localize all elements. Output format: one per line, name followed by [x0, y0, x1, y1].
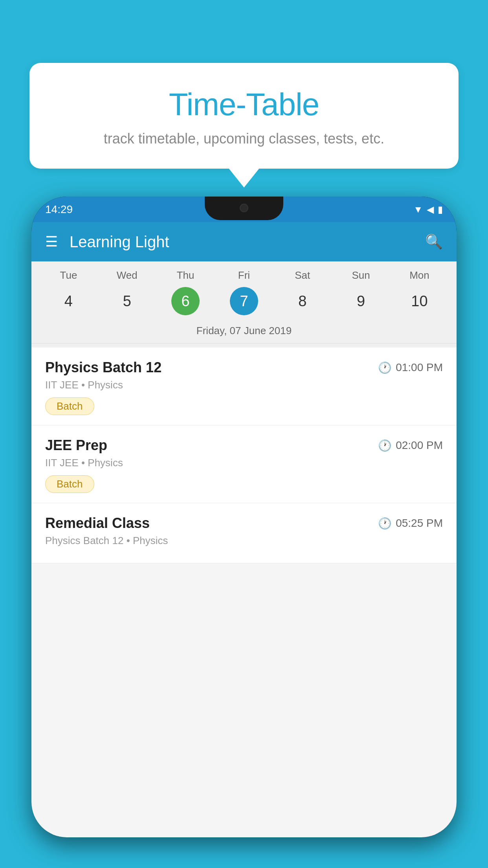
app-bar: ☰ Learning Light 🔍: [31, 222, 457, 261]
day-col-tue[interactable]: Tue4: [43, 269, 94, 315]
calendar-strip: Tue4Wed5Thu6Fri7Sat8Sun9Mon10 Friday, 07…: [31, 261, 457, 348]
day-name: Thu: [177, 269, 194, 281]
day-name: Tue: [60, 269, 77, 281]
day-number[interactable]: 7: [230, 287, 258, 315]
phone-camera: [240, 204, 248, 212]
day-col-fri[interactable]: Fri7: [218, 269, 270, 315]
day-col-sun[interactable]: Sun9: [336, 269, 387, 315]
schedule-item[interactable]: JEE Prep🕐02:00 PMIIT JEE • PhysicsBatch: [31, 425, 457, 503]
schedule-item-header: JEE Prep🕐02:00 PM: [45, 437, 443, 454]
menu-icon[interactable]: ☰: [45, 234, 58, 250]
day-number[interactable]: 8: [288, 287, 317, 315]
battery-icon: ▮: [438, 204, 443, 215]
phone-screen: Tue4Wed5Thu6Fri7Sat8Sun9Mon10 Friday, 07…: [31, 261, 457, 837]
clock-icon: 🕐: [378, 439, 392, 452]
schedule-subtitle: IIT JEE • Physics: [45, 457, 443, 469]
day-number[interactable]: 5: [113, 287, 141, 315]
phone-container: 14:29 ▼ ◀ ▮ ☰ Learning Light 🔍 Tue4Wed5T…: [31, 197, 457, 868]
clock-icon: 🕐: [378, 517, 392, 530]
schedule-item-header: Remedial Class🕐05:25 PM: [45, 515, 443, 531]
days-row: Tue4Wed5Thu6Fri7Sat8Sun9Mon10: [31, 269, 457, 315]
day-number[interactable]: 10: [405, 287, 433, 315]
day-number[interactable]: 9: [347, 287, 375, 315]
day-col-wed[interactable]: Wed5: [101, 269, 152, 315]
clock-icon: 🕐: [378, 361, 392, 374]
day-name: Wed: [117, 269, 138, 281]
bubble-subtitle: track timetable, upcoming classes, tests…: [49, 131, 439, 147]
speech-bubble: Time-Table track timetable, upcoming cla…: [29, 63, 459, 169]
signal-icon: ◀: [427, 204, 434, 215]
search-icon[interactable]: 🔍: [425, 234, 443, 250]
status-time: 14:29: [45, 203, 73, 216]
day-name: Sat: [295, 269, 310, 281]
status-icons: ▼ ◀ ▮: [413, 204, 443, 215]
schedule-list: Physics Batch 12🕐01:00 PMIIT JEE • Physi…: [31, 348, 457, 563]
selected-date: Friday, 07 June 2019: [31, 320, 457, 344]
schedule-time: 🕐02:00 PM: [378, 439, 443, 452]
schedule-subtitle: IIT JEE • Physics: [45, 379, 443, 391]
schedule-subtitle: Physics Batch 12 • Physics: [45, 535, 443, 547]
wifi-icon: ▼: [413, 204, 423, 215]
day-col-mon[interactable]: Mon10: [394, 269, 445, 315]
schedule-item[interactable]: Remedial Class🕐05:25 PMPhysics Batch 12 …: [31, 503, 457, 563]
phone-frame: 14:29 ▼ ◀ ▮ ☰ Learning Light 🔍 Tue4Wed5T…: [31, 197, 457, 837]
day-name: Sun: [352, 269, 370, 281]
batch-tag: Batch: [45, 397, 94, 415]
day-col-sat[interactable]: Sat8: [277, 269, 328, 315]
schedule-time: 🕐01:00 PM: [378, 361, 443, 374]
schedule-item-header: Physics Batch 12🕐01:00 PM: [45, 359, 443, 376]
app-title: Learning Light: [70, 233, 425, 251]
day-number[interactable]: 6: [171, 287, 200, 315]
day-number[interactable]: 4: [54, 287, 83, 315]
day-col-thu[interactable]: Thu6: [160, 269, 211, 315]
bubble-title: Time-Table: [49, 86, 439, 123]
schedule-time: 🕐05:25 PM: [378, 517, 443, 530]
schedule-item[interactable]: Physics Batch 12🕐01:00 PMIIT JEE • Physi…: [31, 348, 457, 425]
batch-tag: Batch: [45, 475, 94, 493]
day-name: Mon: [409, 269, 429, 281]
schedule-title: Remedial Class: [45, 515, 150, 531]
schedule-title: JEE Prep: [45, 437, 107, 454]
day-name: Fri: [238, 269, 250, 281]
phone-notch: [205, 197, 283, 220]
schedule-title: Physics Batch 12: [45, 359, 161, 376]
